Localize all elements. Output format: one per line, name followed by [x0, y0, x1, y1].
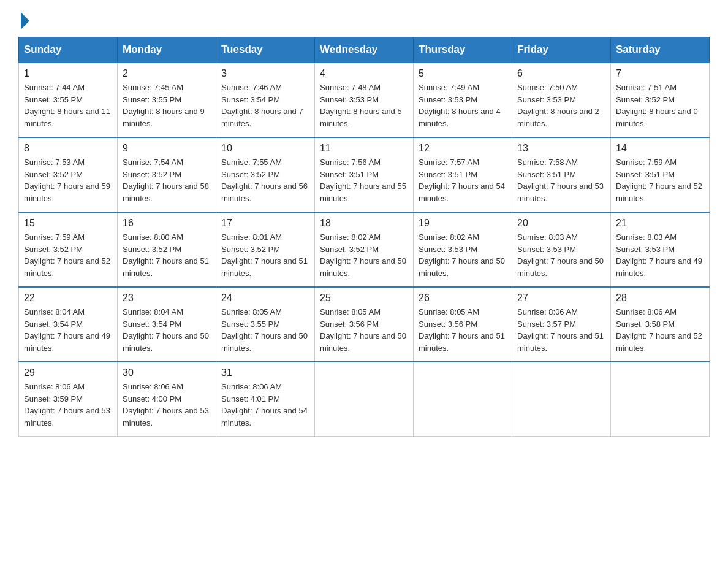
- calendar-cell: [315, 362, 414, 437]
- day-info: Sunrise: 7:53 AMSunset: 3:52 PMDaylight:…: [24, 156, 112, 204]
- day-number: 24: [221, 293, 309, 304]
- day-number: 9: [123, 143, 211, 154]
- calendar-cell: 1 Sunrise: 7:44 AMSunset: 3:55 PMDayligh…: [19, 63, 118, 137]
- day-number: 27: [517, 293, 605, 304]
- day-info: Sunrise: 7:59 AMSunset: 3:52 PMDaylight:…: [24, 231, 112, 279]
- calendar-header-tuesday: Tuesday: [216, 37, 315, 63]
- calendar-cell: 25 Sunrise: 8:05 AMSunset: 3:56 PMDaylig…: [315, 287, 414, 362]
- calendar-cell: [611, 362, 710, 437]
- calendar-header-sunday: Sunday: [19, 37, 118, 63]
- calendar-week-row: 15 Sunrise: 7:59 AMSunset: 3:52 PMDaylig…: [19, 212, 710, 287]
- calendar-cell: 28 Sunrise: 8:06 AMSunset: 3:58 PMDaylig…: [611, 287, 710, 362]
- day-number: 26: [419, 293, 507, 304]
- day-number: 18: [320, 218, 408, 229]
- day-number: 28: [616, 293, 704, 304]
- day-info: Sunrise: 8:06 AMSunset: 3:59 PMDaylight:…: [24, 381, 112, 429]
- calendar-header-thursday: Thursday: [414, 37, 512, 63]
- day-number: 6: [517, 68, 605, 79]
- calendar-cell: 12 Sunrise: 7:57 AMSunset: 3:51 PMDaylig…: [414, 137, 512, 212]
- calendar-cell: 2 Sunrise: 7:45 AMSunset: 3:55 PMDayligh…: [118, 63, 216, 137]
- calendar-cell: 22 Sunrise: 8:04 AMSunset: 3:54 PMDaylig…: [19, 287, 118, 362]
- calendar-week-row: 8 Sunrise: 7:53 AMSunset: 3:52 PMDayligh…: [19, 137, 710, 212]
- calendar-cell: 8 Sunrise: 7:53 AMSunset: 3:52 PMDayligh…: [19, 137, 118, 212]
- day-number: 12: [419, 143, 507, 154]
- calendar-cell: [512, 362, 611, 437]
- day-info: Sunrise: 7:57 AMSunset: 3:51 PMDaylight:…: [419, 156, 507, 204]
- calendar-header-row: SundayMondayTuesdayWednesdayThursdayFrid…: [19, 37, 710, 63]
- day-info: Sunrise: 7:45 AMSunset: 3:55 PMDaylight:…: [123, 82, 211, 129]
- calendar-cell: 3 Sunrise: 7:46 AMSunset: 3:54 PMDayligh…: [216, 63, 315, 137]
- calendar-cell: 11 Sunrise: 7:56 AMSunset: 3:51 PMDaylig…: [315, 137, 414, 212]
- day-number: 4: [320, 68, 408, 79]
- day-number: 20: [517, 218, 605, 229]
- calendar-header-saturday: Saturday: [611, 37, 710, 63]
- day-info: Sunrise: 7:50 AMSunset: 3:53 PMDaylight:…: [517, 82, 605, 129]
- logo-arrow-icon: [21, 12, 29, 29]
- day-info: Sunrise: 8:04 AMSunset: 3:54 PMDaylight:…: [123, 306, 211, 354]
- day-number: 23: [123, 293, 211, 304]
- day-info: Sunrise: 8:00 AMSunset: 3:52 PMDaylight:…: [123, 231, 211, 279]
- calendar-cell: 16 Sunrise: 8:00 AMSunset: 3:52 PMDaylig…: [118, 212, 216, 287]
- calendar-cell: 18 Sunrise: 8:02 AMSunset: 3:52 PMDaylig…: [315, 212, 414, 287]
- day-number: 19: [419, 218, 507, 229]
- calendar-cell: [414, 362, 512, 437]
- calendar-header-wednesday: Wednesday: [315, 37, 414, 63]
- calendar-cell: 14 Sunrise: 7:59 AMSunset: 3:51 PMDaylig…: [611, 137, 710, 212]
- day-number: 31: [221, 367, 309, 378]
- calendar-cell: 20 Sunrise: 8:03 AMSunset: 3:53 PMDaylig…: [512, 212, 611, 287]
- day-info: Sunrise: 7:55 AMSunset: 3:52 PMDaylight:…: [221, 156, 309, 204]
- calendar-week-row: 1 Sunrise: 7:44 AMSunset: 3:55 PMDayligh…: [19, 63, 710, 137]
- day-info: Sunrise: 8:06 AMSunset: 4:00 PMDaylight:…: [123, 381, 211, 429]
- calendar-week-row: 29 Sunrise: 8:06 AMSunset: 3:59 PMDaylig…: [19, 362, 710, 437]
- calendar-cell: 29 Sunrise: 8:06 AMSunset: 3:59 PMDaylig…: [19, 362, 118, 437]
- calendar-cell: 13 Sunrise: 7:58 AMSunset: 3:51 PMDaylig…: [512, 137, 611, 212]
- day-info: Sunrise: 7:48 AMSunset: 3:53 PMDaylight:…: [320, 82, 408, 129]
- day-info: Sunrise: 8:04 AMSunset: 3:54 PMDaylight:…: [24, 306, 112, 354]
- calendar-cell: 30 Sunrise: 8:06 AMSunset: 4:00 PMDaylig…: [118, 362, 216, 437]
- calendar-header-friday: Friday: [512, 37, 611, 63]
- day-info: Sunrise: 8:05 AMSunset: 3:56 PMDaylight:…: [419, 306, 507, 354]
- day-number: 10: [221, 143, 309, 154]
- day-number: 5: [419, 68, 507, 79]
- logo-general-text: [18, 12, 29, 29]
- day-number: 2: [123, 68, 211, 79]
- day-number: 13: [517, 143, 605, 154]
- calendar-cell: 5 Sunrise: 7:49 AMSunset: 3:53 PMDayligh…: [414, 63, 512, 137]
- day-info: Sunrise: 8:02 AMSunset: 3:52 PMDaylight:…: [320, 231, 408, 279]
- calendar-cell: 19 Sunrise: 8:02 AMSunset: 3:53 PMDaylig…: [414, 212, 512, 287]
- calendar-cell: 26 Sunrise: 8:05 AMSunset: 3:56 PMDaylig…: [414, 287, 512, 362]
- calendar-cell: 7 Sunrise: 7:51 AMSunset: 3:52 PMDayligh…: [611, 63, 710, 137]
- calendar-cell: 9 Sunrise: 7:54 AMSunset: 3:52 PMDayligh…: [118, 137, 216, 212]
- calendar-cell: 10 Sunrise: 7:55 AMSunset: 3:52 PMDaylig…: [216, 137, 315, 212]
- day-info: Sunrise: 8:06 AMSunset: 3:58 PMDaylight:…: [616, 306, 704, 354]
- day-number: 11: [320, 143, 408, 154]
- day-info: Sunrise: 7:56 AMSunset: 3:51 PMDaylight:…: [320, 156, 408, 204]
- calendar-cell: 23 Sunrise: 8:04 AMSunset: 3:54 PMDaylig…: [118, 287, 216, 362]
- day-info: Sunrise: 7:51 AMSunset: 3:52 PMDaylight:…: [616, 82, 704, 129]
- day-info: Sunrise: 8:03 AMSunset: 3:53 PMDaylight:…: [517, 231, 605, 279]
- day-number: 15: [24, 218, 112, 229]
- day-info: Sunrise: 8:06 AMSunset: 4:01 PMDaylight:…: [221, 381, 309, 429]
- day-number: 7: [616, 68, 704, 79]
- calendar-cell: 31 Sunrise: 8:06 AMSunset: 4:01 PMDaylig…: [216, 362, 315, 437]
- calendar-header-monday: Monday: [118, 37, 216, 63]
- page-header: [18, 12, 710, 27]
- calendar-cell: 21 Sunrise: 8:03 AMSunset: 3:53 PMDaylig…: [611, 212, 710, 287]
- day-info: Sunrise: 8:05 AMSunset: 3:56 PMDaylight:…: [320, 306, 408, 354]
- logo: [18, 12, 29, 27]
- calendar-cell: 27 Sunrise: 8:06 AMSunset: 3:57 PMDaylig…: [512, 287, 611, 362]
- day-number: 1: [24, 68, 112, 79]
- day-info: Sunrise: 8:06 AMSunset: 3:57 PMDaylight:…: [517, 306, 605, 354]
- day-info: Sunrise: 7:58 AMSunset: 3:51 PMDaylight:…: [517, 156, 605, 204]
- day-number: 21: [616, 218, 704, 229]
- day-info: Sunrise: 7:44 AMSunset: 3:55 PMDaylight:…: [24, 82, 112, 129]
- calendar-cell: 4 Sunrise: 7:48 AMSunset: 3:53 PMDayligh…: [315, 63, 414, 137]
- day-number: 30: [123, 367, 211, 378]
- day-info: Sunrise: 8:03 AMSunset: 3:53 PMDaylight:…: [616, 231, 704, 279]
- day-number: 17: [221, 218, 309, 229]
- day-number: 14: [616, 143, 704, 154]
- calendar-cell: 24 Sunrise: 8:05 AMSunset: 3:55 PMDaylig…: [216, 287, 315, 362]
- day-info: Sunrise: 7:54 AMSunset: 3:52 PMDaylight:…: [123, 156, 211, 204]
- day-number: 16: [123, 218, 211, 229]
- calendar-week-row: 22 Sunrise: 8:04 AMSunset: 3:54 PMDaylig…: [19, 287, 710, 362]
